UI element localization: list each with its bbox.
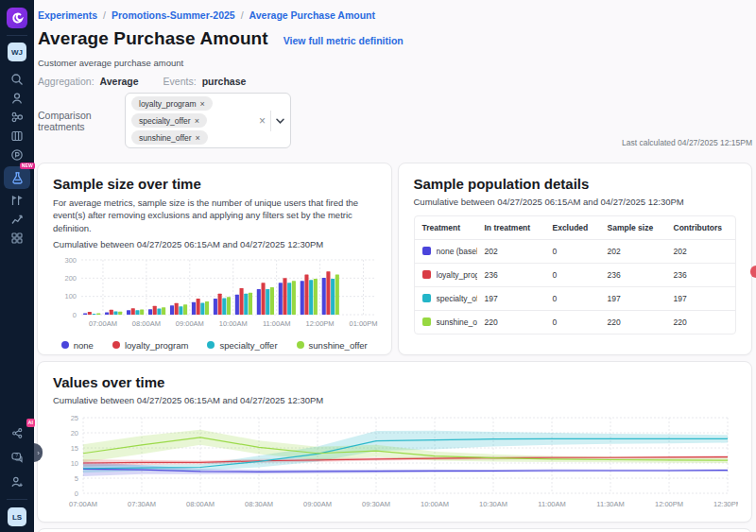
breadcrumb-item[interactable]: Average Purchase Amount <box>249 9 375 21</box>
dispersion-card: Metric dispersion Cumulative between 04/… <box>37 528 752 532</box>
legend-item[interactable]: sunshine_offer <box>297 340 368 351</box>
svg-text:07:00AM: 07:00AM <box>69 500 97 508</box>
table-cell: 197 <box>666 287 737 311</box>
search-icon[interactable] <box>5 70 29 89</box>
svg-text:12:00PM: 12:00PM <box>306 319 335 328</box>
main-content: Experiments/Promotions-Summer-2025/Avera… <box>34 0 756 532</box>
svg-text:08:00AM: 08:00AM <box>132 319 161 328</box>
clear-all-icon[interactable]: × <box>259 115 266 127</box>
table-header-cell: In treatment <box>477 216 545 240</box>
treatment-name: loyalty_program <box>437 270 477 280</box>
legend-label: specialty_offer <box>219 340 277 351</box>
aggregation-value: Average <box>100 76 139 87</box>
svg-text:0: 0 <box>75 489 78 498</box>
sidebar: WJ NEW AI ? LS <box>0 0 34 532</box>
breadcrumb-item[interactable]: Experiments <box>38 9 97 21</box>
sample-size-chart: 010020030007:00AM08:00AM09:00AM10:00AM11… <box>53 256 378 332</box>
legend-item[interactable]: specialty_offer <box>207 340 277 351</box>
svg-text:20: 20 <box>71 429 78 438</box>
population-card: Sample population details Cumulative bet… <box>398 163 753 355</box>
svg-text:08:30AM: 08:30AM <box>245 500 273 508</box>
svg-text:10: 10 <box>71 459 78 468</box>
legend-dot <box>61 341 69 349</box>
treatment-color-swatch <box>422 294 431 302</box>
workspace-avatar[interactable]: WJ <box>8 43 26 61</box>
values-title: Values over time <box>53 374 736 390</box>
svg-text:12:30PM: 12:30PM <box>713 500 738 508</box>
values-cumulative: Cumulative between 04/27/2025 06:15AM an… <box>53 395 736 405</box>
breadcrumb: Experiments/Promotions-Summer-2025/Avera… <box>37 9 752 21</box>
svg-text:01:00PM: 01:00PM <box>350 319 378 328</box>
svg-text:10:00AM: 10:00AM <box>421 500 449 508</box>
help-chat-icon[interactable]: ? <box>5 448 29 467</box>
metrics-icon[interactable] <box>5 210 29 229</box>
view-metric-definition-link[interactable]: View full metric definition <box>284 35 404 46</box>
svg-text:10:30AM: 10:30AM <box>479 500 507 508</box>
treatment-chip[interactable]: sunshine_offer× <box>131 130 208 145</box>
legend-label: loyalty_program <box>125 340 189 351</box>
svg-text:25: 25 <box>71 414 78 422</box>
svg-text:5: 5 <box>75 474 78 483</box>
svg-text:11:30AM: 11:30AM <box>596 500 624 508</box>
population-table-body: none (baseline)2020202202loyalty_program… <box>415 240 737 335</box>
values-card: Values over time Cumulative between 04/2… <box>37 361 752 523</box>
comparison-treatments-label: Comparison treatments <box>38 110 125 132</box>
table-cell: 220 <box>666 311 737 335</box>
svg-text:300: 300 <box>64 256 77 265</box>
last-calculated: Last calculated 04/27/2025 12:15PM <box>622 138 752 148</box>
table-cell: 0 <box>545 240 600 264</box>
table-row: sunshine_offer2200220220 <box>415 311 737 335</box>
breadcrumb-item[interactable]: Promotions-Summer-2025 <box>112 9 235 21</box>
invite-user-icon[interactable] <box>5 472 29 491</box>
experiments-icon[interactable]: NEW <box>4 166 30 189</box>
treatment-multiselect[interactable]: loyalty_program×specialty_offer×sunshine… <box>125 93 291 148</box>
ai-assistant-icon[interactable]: AI <box>5 423 29 442</box>
table-header-cell: Treatment <box>415 216 477 240</box>
statsig-logo-icon[interactable] <box>7 8 27 28</box>
right-edge-notification-tab[interactable] <box>750 266 756 278</box>
treatment-chip-label: loyalty_program <box>139 99 196 109</box>
chevron-down-icon[interactable] <box>276 118 284 124</box>
legend-label: sunshine_offer <box>309 340 368 351</box>
table-cell: 202 <box>600 240 666 264</box>
legend-item[interactable]: none <box>61 340 94 351</box>
svg-text:09:00AM: 09:00AM <box>303 500 332 508</box>
treatment-color-swatch <box>422 317 431 326</box>
new-badge: NEW <box>20 163 35 169</box>
table-cell: 236 <box>477 264 545 287</box>
treatment-name: specialty_offer <box>437 294 477 303</box>
treatment-chip[interactable]: loyalty_program× <box>131 96 213 111</box>
aggregation-row: Aggregation: Average Events: purchase <box>37 76 752 87</box>
treatment-name: none (baseline) <box>437 247 477 256</box>
legend-item[interactable]: loyalty_program <box>112 340 189 351</box>
svg-text:15: 15 <box>71 444 78 453</box>
chip-remove-icon[interactable]: × <box>195 116 199 126</box>
svg-text:08:00AM: 08:00AM <box>186 500 215 508</box>
svg-text:?: ? <box>15 453 18 458</box>
svg-text:09:30AM: 09:30AM <box>362 500 390 508</box>
table-cell: 236 <box>600 264 666 287</box>
svg-text:100: 100 <box>64 292 77 300</box>
legend-dot <box>297 341 304 349</box>
table-cell: 0 <box>545 287 600 311</box>
pulse-icon[interactable] <box>5 146 29 164</box>
user-avatar[interactable]: LS <box>8 507 26 526</box>
events-value: purchase <box>202 76 247 87</box>
ab-tests-icon[interactable] <box>5 191 29 210</box>
overview-icon[interactable] <box>5 229 29 248</box>
population-cumulative: Cumulative between 04/27/2025 06:15AM an… <box>414 197 737 207</box>
chip-remove-icon[interactable]: × <box>199 99 204 109</box>
table-cell: 0 <box>545 311 600 335</box>
legend-dot <box>207 341 215 349</box>
page-title: Average Purchase Amount <box>38 28 268 49</box>
values-over-time-chart: 051015202507:00AM07:30AM08:00AM08:30AM09… <box>53 412 738 514</box>
treatment-chip[interactable]: specialty_offer× <box>131 113 207 128</box>
legend-dot <box>112 341 120 349</box>
chip-remove-icon[interactable]: × <box>196 133 200 143</box>
table-cell: 220 <box>477 311 545 335</box>
segments-icon[interactable] <box>5 108 29 127</box>
profile-icon[interactable] <box>5 89 29 108</box>
columns-icon[interactable] <box>5 127 29 146</box>
treatment-chip-label: sunshine_offer <box>139 133 192 143</box>
treatment-name: sunshine_offer <box>437 317 477 327</box>
